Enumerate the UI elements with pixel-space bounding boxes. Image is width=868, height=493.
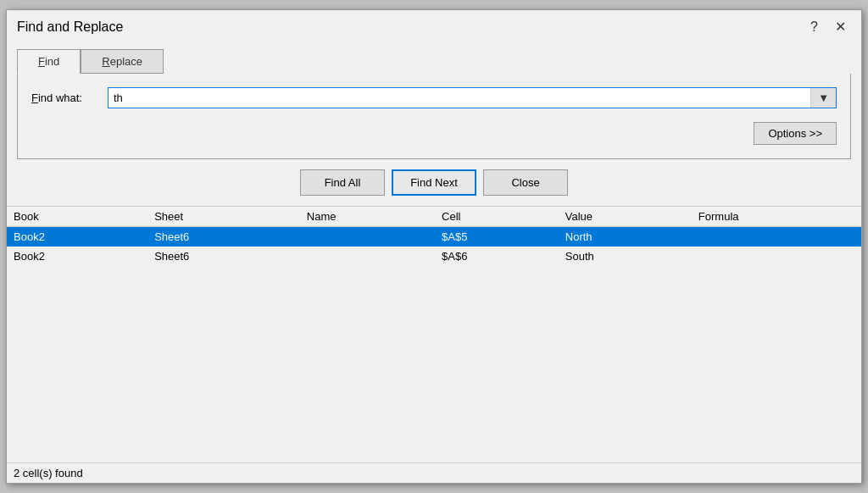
options-row: Options >> [31, 122, 837, 145]
tab-replace-label: Replace [102, 55, 142, 68]
help-button[interactable]: ? [805, 19, 823, 36]
status-bar: 2 cell(s) found [7, 463, 861, 483]
title-bar: Find and Replace ? ✕ [7, 10, 861, 42]
button-row: Find All Find Next Close [7, 159, 861, 206]
results-header-row: Book Sheet Name Cell Value Formula [7, 207, 861, 227]
cell-book: Book2 [7, 246, 147, 266]
title-actions: ? ✕ [805, 19, 851, 36]
cell-name [300, 246, 435, 266]
dialog-title: Find and Replace [17, 19, 123, 35]
find-content-area: Find what: ▼ Options >> [17, 74, 851, 159]
cell-formula [692, 227, 861, 247]
table-row[interactable]: Book2Sheet6$A$6South [7, 246, 861, 266]
cell-value: South [559, 246, 692, 266]
find-next-button[interactable]: Find Next [392, 169, 476, 196]
close-title-button[interactable]: ✕ [830, 19, 851, 36]
col-value: Value [559, 207, 692, 227]
find-input-wrapper: ▼ [108, 87, 837, 108]
cell-value: North [559, 227, 692, 247]
cell-cell: $A$6 [435, 246, 559, 266]
cell-sheet: Sheet6 [147, 246, 300, 266]
col-sheet: Sheet [147, 207, 300, 227]
find-replace-dialog: Find and Replace ? ✕ Find Replace Find w… [6, 9, 862, 484]
options-button[interactable]: Options >> [754, 122, 837, 145]
col-formula: Formula [692, 207, 861, 227]
find-input[interactable] [108, 88, 810, 108]
status-text: 2 cell(s) found [14, 467, 83, 479]
col-name: Name [300, 207, 435, 227]
table-row[interactable]: Book2Sheet6$A$5North [7, 227, 861, 247]
col-cell: Cell [435, 207, 559, 227]
col-book: Book [7, 207, 147, 227]
cell-book: Book2 [7, 227, 147, 247]
find-what-label: Find what: [31, 91, 108, 104]
cell-sheet: Sheet6 [147, 227, 300, 247]
find-dropdown-button[interactable]: ▼ [810, 88, 836, 108]
results-area: Book Sheet Name Cell Value Formula Book2… [7, 206, 861, 463]
close-button[interactable]: Close [483, 169, 568, 196]
chevron-down-icon: ▼ [818, 91, 829, 104]
cell-name [300, 227, 435, 247]
cell-cell: $A$5 [435, 227, 559, 247]
find-row: Find what: ▼ [31, 87, 837, 108]
dialog-body: Find Replace Find what: ▼ Options [7, 42, 861, 483]
tab-replace[interactable]: Replace [81, 49, 164, 74]
tabs-container: Find Replace [7, 42, 861, 74]
tab-find[interactable]: Find [17, 49, 81, 74]
cell-formula [692, 246, 861, 266]
tab-find-label: Find [38, 55, 59, 68]
results-table: Book Sheet Name Cell Value Formula Book2… [7, 207, 861, 266]
find-all-button[interactable]: Find All [300, 169, 385, 196]
